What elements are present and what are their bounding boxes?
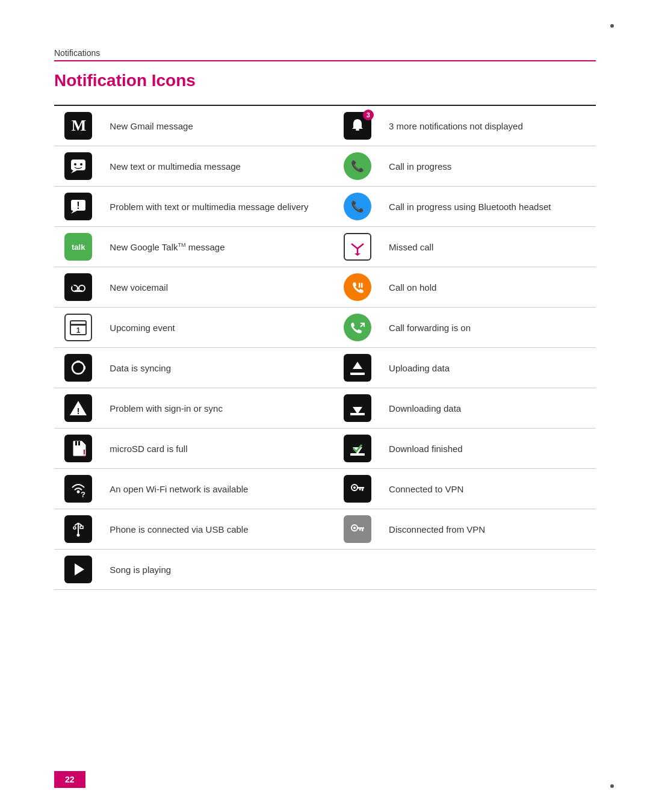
missed-call-icon bbox=[344, 233, 371, 261]
svg-rect-25 bbox=[359, 283, 361, 288]
svg-rect-3 bbox=[356, 129, 359, 131]
svg-text:?: ? bbox=[81, 490, 85, 498]
sms-icon bbox=[64, 152, 92, 180]
icon-cell-upload bbox=[333, 348, 382, 388]
table-row: Phone is connected via USB cable bbox=[54, 509, 596, 550]
svg-point-31 bbox=[348, 318, 367, 336]
icon-cell-gmail: M bbox=[54, 105, 102, 146]
svg-text:1: 1 bbox=[76, 326, 81, 335]
download-icon bbox=[344, 394, 371, 422]
svg-text:📞: 📞 bbox=[351, 160, 365, 173]
icon-cell-calendar: 1 bbox=[54, 308, 102, 348]
vpn-icon bbox=[344, 475, 371, 503]
svg-rect-68 bbox=[357, 527, 364, 529]
desc-sync: Data is syncing bbox=[102, 348, 317, 388]
desc-gmail: New Gmail message bbox=[102, 105, 317, 146]
calendar-icon: 1 bbox=[64, 314, 92, 341]
desc-calendar: Upcoming event bbox=[102, 308, 317, 348]
desc-call-bt: Call in progress using Bluetooth headset bbox=[382, 187, 596, 227]
desc-vpn-off: Disconnected from VPN bbox=[382, 509, 596, 550]
svg-rect-55 bbox=[357, 487, 364, 489]
table-row: New voicemail Call on hold bbox=[54, 267, 596, 308]
desc-sdcard: microSD card is full bbox=[102, 429, 317, 469]
section-label: Notifications bbox=[54, 48, 596, 58]
sms-error-icon: ! bbox=[64, 193, 92, 220]
svg-point-71 bbox=[353, 527, 356, 529]
page-number: 22 bbox=[54, 771, 85, 788]
icon-cell-vpn bbox=[333, 469, 382, 509]
table-row: ! Problem with text or multimedia messag… bbox=[54, 187, 596, 227]
desc-call-progress: Call in progress bbox=[382, 146, 596, 187]
icon-cell-more-notifs: 3 bbox=[333, 105, 382, 146]
table-row: ! microSD card is full bbox=[54, 429, 596, 469]
desc-wifi: An open Wi-Fi network is available bbox=[102, 469, 317, 509]
icon-cell-call-hold bbox=[333, 267, 382, 308]
icon-cell-download bbox=[333, 388, 382, 429]
table-row: M New Gmail message bbox=[54, 105, 596, 146]
notif-badge: 3 bbox=[363, 110, 374, 120]
icon-table: M New Gmail message bbox=[54, 105, 596, 590]
sdcard-icon: ! bbox=[64, 435, 92, 462]
icon-cell-music bbox=[54, 550, 102, 590]
sync-problem-icon: ! bbox=[64, 394, 92, 422]
icon-cell-call-progress: 📞 bbox=[333, 146, 382, 187]
table-row: Data is syncing Uploading data bbox=[54, 348, 596, 388]
call-bt-icon: 📞 bbox=[344, 193, 371, 220]
desc-missed-call: Missed call bbox=[382, 227, 596, 267]
talk-icon: talk bbox=[64, 233, 92, 261]
desc-download: Downloading data bbox=[382, 388, 596, 429]
svg-rect-29 bbox=[70, 324, 86, 326]
table-row: talk New Google TalkTM message bbox=[54, 227, 596, 267]
desc-sms: New text or multimedia message bbox=[102, 146, 317, 187]
icon-cell-sync-problem: ! bbox=[54, 388, 102, 429]
svg-rect-70 bbox=[359, 529, 361, 531]
desc-upload: Uploading data bbox=[382, 348, 596, 388]
call-progress-icon: 📞 bbox=[344, 152, 371, 180]
svg-text:📞: 📞 bbox=[351, 200, 365, 213]
table-row: New text or multimedia message 📞 Call in… bbox=[54, 146, 596, 187]
svg-rect-22 bbox=[75, 290, 82, 292]
icon-cell-missed-call bbox=[333, 227, 382, 267]
icon-cell-sms-error: ! bbox=[54, 187, 102, 227]
call-forward-icon bbox=[344, 314, 371, 341]
music-icon bbox=[64, 556, 92, 583]
wifi-icon: ? bbox=[64, 475, 92, 503]
svg-point-24 bbox=[348, 278, 367, 296]
desc-download-done: Download finished bbox=[382, 429, 596, 469]
table-row: ? An open Wi-Fi network is available bbox=[54, 469, 596, 509]
table-row: Song is playing bbox=[54, 550, 596, 590]
desc-call-forward: Call forwarding is on bbox=[382, 308, 596, 348]
svg-point-65 bbox=[77, 534, 80, 537]
svg-text:M: M bbox=[72, 117, 86, 134]
page-container: Notifications Notification Icons M New G… bbox=[0, 0, 650, 626]
section-divider bbox=[54, 60, 596, 61]
desc-sms-error: Problem with text or multimedia message … bbox=[102, 187, 317, 227]
desc-music: Song is playing bbox=[102, 550, 317, 590]
icon-cell-sms bbox=[54, 146, 102, 187]
desc-more-notifs: 3 more notifications not displayed bbox=[382, 105, 596, 146]
svg-rect-57 bbox=[359, 489, 361, 491]
voicemail-icon bbox=[64, 273, 92, 301]
svg-rect-23 bbox=[72, 285, 74, 287]
vpn-off-icon bbox=[344, 515, 371, 543]
desc-call-hold: Call on hold bbox=[382, 267, 596, 308]
icon-cell-sdcard: ! bbox=[54, 429, 102, 469]
icon-cell-voicemail bbox=[54, 267, 102, 308]
icon-cell-talk: talk bbox=[54, 227, 102, 267]
svg-text:!: ! bbox=[77, 406, 80, 416]
upload-icon bbox=[344, 354, 371, 382]
page-title: Notification Icons bbox=[54, 71, 596, 90]
call-hold-icon bbox=[344, 273, 371, 301]
svg-text:!: ! bbox=[83, 448, 86, 458]
desc-talk: New Google TalkTM message bbox=[102, 227, 317, 267]
svg-rect-36 bbox=[350, 373, 365, 375]
table-row: ! Problem with sign-in or sync bbox=[54, 388, 596, 429]
usb-icon bbox=[64, 515, 92, 543]
svg-rect-46 bbox=[78, 441, 80, 445]
icon-cell-sync bbox=[54, 348, 102, 388]
svg-rect-69 bbox=[362, 529, 364, 532]
icon-cell-call-bt: 📞 bbox=[333, 187, 382, 227]
icon-cell-usb bbox=[54, 509, 102, 550]
svg-rect-56 bbox=[362, 489, 364, 491]
icon-cell-wifi: ? bbox=[54, 469, 102, 509]
